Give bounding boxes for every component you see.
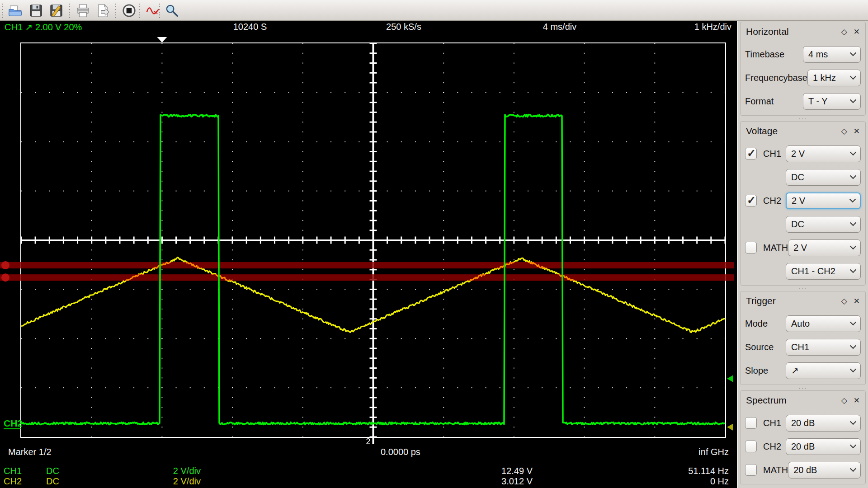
marker-frequency: inf GHz bbox=[698, 447, 729, 457]
trigger-source-label: Source bbox=[745, 342, 774, 352]
spectrum-math-checkbox[interactable] bbox=[745, 464, 757, 476]
spectrum-ch2-label: CH2 bbox=[763, 441, 781, 452]
trigger-mode-label: Mode bbox=[745, 319, 768, 329]
open-button[interactable] bbox=[6, 2, 24, 19]
save-as-button[interactable] bbox=[47, 2, 65, 19]
ch1-amplitude: 12.49 V bbox=[461, 466, 533, 476]
chevron-down-icon bbox=[850, 50, 856, 56]
dock-voltage: Voltage ◇ ✕ CH1 2 V DC bbox=[740, 121, 866, 286]
dock-trigger-titlebar[interactable]: Trigger ◇ ✕ bbox=[741, 293, 865, 309]
dock-splitter[interactable]: ··· bbox=[738, 385, 868, 390]
ch1-coupling-select[interactable]: DC bbox=[786, 169, 861, 186]
math-voltage-checkbox[interactable] bbox=[745, 242, 757, 253]
spectrum-math-label: MATH bbox=[763, 465, 788, 475]
ch1-voltage-label: CH1 bbox=[763, 149, 781, 159]
close-dock-icon[interactable]: ✕ bbox=[854, 127, 860, 135]
chevron-down-icon bbox=[850, 173, 856, 179]
frequencybase-status: 1 kHz/div bbox=[694, 22, 731, 32]
timebase-label: Timebase bbox=[745, 49, 784, 60]
save-as-icon bbox=[49, 3, 64, 18]
ch2-name: CH2 bbox=[4, 476, 22, 487]
ch1-scale: 2 V/div bbox=[149, 466, 201, 476]
dock-spectrum-titlebar[interactable]: Spectrum ◇ ✕ bbox=[741, 393, 865, 408]
format-label: Format bbox=[745, 96, 774, 107]
trigger-source-select[interactable]: CH1 bbox=[786, 339, 861, 356]
scope-display[interactable] bbox=[0, 34, 737, 445]
spectrum-ch2-select[interactable]: 20 dB bbox=[786, 438, 861, 455]
oscilloscope-app: CH1 ↗ 2.00 V 20% 10240 S 250 kS/s 4 ms/d… bbox=[0, 0, 868, 488]
dock-horizontal: Horizontal ◇ ✕ Timebase 4 ms Frequencyba… bbox=[740, 22, 866, 116]
samplerate-status: 250 kS/s bbox=[368, 22, 440, 32]
spectrum-ch2-checkbox[interactable] bbox=[745, 441, 757, 452]
float-dock-icon[interactable]: ◇ bbox=[841, 297, 847, 305]
toolbar-separator bbox=[69, 3, 71, 18]
scope-region: CH1 ↗ 2.00 V 20% 10240 S 250 kS/s 4 ms/d… bbox=[0, 21, 737, 488]
dock-title-text: Voltage bbox=[746, 126, 778, 136]
stop-record-button[interactable] bbox=[120, 2, 137, 19]
close-dock-icon[interactable]: ✕ bbox=[854, 397, 860, 404]
dock-title-text: Horizontal bbox=[746, 26, 789, 37]
ch2-amplitude: 3.012 V bbox=[461, 476, 533, 487]
ch2-gain-select[interactable]: 2 V bbox=[786, 192, 861, 209]
toolbar-handle[interactable] bbox=[2, 3, 4, 18]
chevron-down-icon bbox=[849, 196, 856, 202]
dock-voltage-titlebar[interactable]: Voltage ◇ ✕ bbox=[741, 123, 865, 139]
chevron-down-icon bbox=[850, 366, 856, 372]
ch2-coupling-select[interactable]: DC bbox=[786, 216, 861, 233]
marker-time: 0.0000 ps bbox=[381, 447, 420, 457]
chevron-down-icon bbox=[850, 220, 856, 226]
toolbar-separator bbox=[138, 3, 140, 18]
toolbar-separator bbox=[115, 3, 117, 18]
signal-generator-icon bbox=[145, 3, 160, 18]
timebase-select[interactable]: 4 ms bbox=[803, 46, 861, 63]
top-status-bar: CH1 ↗ 2.00 V 20% 10240 S 250 kS/s 4 ms/d… bbox=[0, 21, 737, 34]
float-dock-icon[interactable]: ◇ bbox=[841, 127, 847, 135]
dock-title-text: Spectrum bbox=[746, 395, 787, 406]
dock-spectrum: Spectrum ◇ ✕ CH1 20 dB CH2 20 dB bbox=[740, 390, 866, 484]
ch1-frequency: 51.114 Hz bbox=[688, 466, 729, 476]
format-select[interactable]: T - Y bbox=[803, 93, 861, 110]
zoom-button[interactable] bbox=[163, 2, 180, 19]
close-dock-icon[interactable]: ✕ bbox=[854, 28, 860, 36]
spectrum-ch1-checkbox[interactable] bbox=[745, 417, 757, 429]
spectrum-ch1-select[interactable]: 20 dB bbox=[786, 415, 861, 432]
trigger-slope-select[interactable]: ↗ bbox=[786, 362, 861, 379]
math-gain-select[interactable]: 2 V bbox=[788, 239, 861, 256]
dock-title-text: Trigger bbox=[746, 296, 776, 306]
export-button[interactable] bbox=[94, 2, 112, 19]
dock-splitter[interactable]: ··· bbox=[738, 286, 868, 291]
dock-horizontal-titlebar[interactable]: Horizontal ◇ ✕ bbox=[741, 24, 865, 39]
frequencybase-select[interactable]: 1 kHz bbox=[807, 70, 861, 86]
print-button[interactable] bbox=[74, 2, 91, 19]
bottom-status-bar: Marker 1/2 0.0000 ps inf GHz CH1 DC 2 V/… bbox=[0, 445, 737, 488]
float-dock-icon[interactable]: ◇ bbox=[841, 28, 847, 36]
chevron-down-icon bbox=[850, 465, 856, 472]
ch1-voltage-checkbox[interactable] bbox=[745, 148, 757, 160]
chevron-down-icon bbox=[850, 243, 856, 249]
ch1-gain-select[interactable]: 2 V bbox=[786, 145, 861, 162]
chevron-down-icon bbox=[850, 149, 856, 155]
save-icon bbox=[28, 3, 43, 18]
record-length-status: 10240 S bbox=[214, 22, 286, 32]
ch1-name: CH1 bbox=[4, 466, 22, 476]
toolbar-separator bbox=[159, 3, 160, 18]
open-icon bbox=[8, 3, 23, 18]
chevron-down-icon bbox=[850, 343, 856, 349]
trigger-mode-select[interactable]: Auto bbox=[786, 315, 861, 332]
float-dock-icon[interactable]: ◇ bbox=[841, 397, 847, 404]
timebase-status: 4 ms/div bbox=[524, 22, 596, 32]
print-icon bbox=[75, 3, 90, 18]
spectrum-math-select[interactable]: 20 dB bbox=[788, 462, 861, 479]
math-mode-select[interactable]: CH1 - CH2 bbox=[786, 263, 861, 280]
save-button[interactable] bbox=[27, 2, 44, 19]
zoom-icon bbox=[164, 3, 179, 18]
math-voltage-label: MATH bbox=[763, 243, 788, 253]
spectrum-ch1-label: CH1 bbox=[763, 418, 781, 428]
frequencybase-label: Frequencybase bbox=[745, 73, 807, 83]
ch2-voltage-checkbox[interactable] bbox=[745, 195, 757, 206]
dock-splitter[interactable]: ··· bbox=[738, 116, 868, 121]
stop-record-icon bbox=[122, 3, 137, 18]
close-dock-icon[interactable]: ✕ bbox=[854, 297, 860, 305]
chevron-down-icon bbox=[850, 97, 856, 103]
ch1-coupling: DC bbox=[46, 466, 59, 476]
